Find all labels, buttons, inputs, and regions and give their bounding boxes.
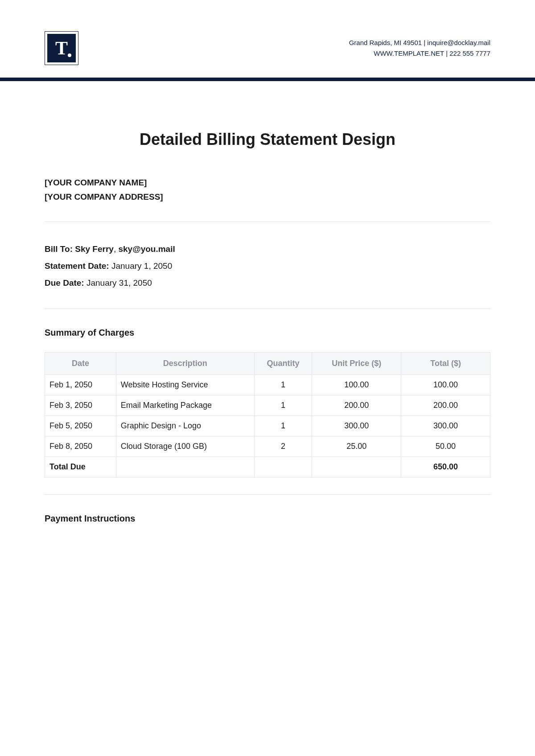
cell-quantity: 1 <box>254 415 312 436</box>
divider-3 <box>45 494 490 495</box>
logo-dot-icon <box>68 53 71 57</box>
th-total: Total ($) <box>401 352 490 374</box>
cell-unit-price: 300.00 <box>312 415 401 436</box>
cell-empty <box>116 456 254 477</box>
cell-quantity: 2 <box>254 436 312 456</box>
cell-quantity: 1 <box>254 395 312 415</box>
company-address: [YOUR COMPANY ADDRESS] <box>45 190 490 204</box>
total-due-value: 650.00 <box>401 456 490 477</box>
comma: , <box>114 244 119 254</box>
charges-table: Date Description Quantity Unit Price ($)… <box>45 352 490 477</box>
cell-date: Feb 1, 2050 <box>45 374 116 395</box>
cell-description: Cloud Storage (100 GB) <box>116 436 254 456</box>
logo-letter-icon: T <box>55 39 68 58</box>
due-date-value: January 31, 2050 <box>86 278 152 288</box>
cell-description: Website Hosting Service <box>116 374 254 395</box>
contact-block: Grand Rapids, MI 49501 | inquire@docklay… <box>349 37 490 59</box>
cell-empty <box>312 456 401 477</box>
contact-line-2: WWW.TEMPLATE.NET | 222 555 7777 <box>349 48 490 59</box>
table-row: Feb 5, 2050 Graphic Design - Logo 1 300.… <box>45 415 490 436</box>
separator: | <box>422 39 427 46</box>
cell-unit-price: 200.00 <box>312 395 401 415</box>
table-row: Feb 8, 2050 Cloud Storage (100 GB) 2 25.… <box>45 436 490 456</box>
contact-line-1: Grand Rapids, MI 49501 | inquire@docklay… <box>349 37 490 48</box>
table-row: Feb 3, 2050 Email Marketing Package 1 20… <box>45 395 490 415</box>
bill-info-section: Bill To: Sky Ferry, sky@you.mail Stateme… <box>45 241 490 292</box>
cell-unit-price: 100.00 <box>312 374 401 395</box>
company-block: [YOUR COMPANY NAME] [YOUR COMPANY ADDRES… <box>45 176 490 205</box>
company-name: [YOUR COMPANY NAME] <box>45 176 490 190</box>
statement-date-line: Statement Date: January 1, 2050 <box>45 258 490 275</box>
cell-total: 300.00 <box>401 415 490 436</box>
summary-heading: Summary of Charges <box>45 328 490 338</box>
page-title: Detailed Billing Statement Design <box>45 130 490 149</box>
divider-1 <box>45 222 490 222</box>
divider-2 <box>45 308 490 309</box>
cell-description: Graphic Design - Logo <box>116 415 254 436</box>
table-header-row: Date Description Quantity Unit Price ($)… <box>45 352 490 374</box>
cell-empty <box>254 456 312 477</box>
cell-description: Email Marketing Package <box>116 395 254 415</box>
page-container: T Grand Rapids, MI 49501 | inquire@dockl… <box>0 0 535 524</box>
th-quantity: Quantity <box>254 352 312 374</box>
th-description: Description <box>116 352 254 374</box>
th-unit-price: Unit Price ($) <box>312 352 401 374</box>
header-row: T Grand Rapids, MI 49501 | inquire@dockl… <box>45 31 490 65</box>
cell-date: Feb 8, 2050 <box>45 436 116 456</box>
bill-to-line: Bill To: Sky Ferry, sky@you.mail <box>45 241 490 258</box>
cell-total: 100.00 <box>401 374 490 395</box>
logo-box: T <box>47 34 76 62</box>
statement-date-label: Statement Date: <box>45 261 109 271</box>
th-date: Date <box>45 352 116 374</box>
cell-total: 50.00 <box>401 436 490 456</box>
bill-to-email: sky@you.mail <box>118 244 175 254</box>
contact-email: inquire@docklay.mail <box>427 39 490 46</box>
contact-website: WWW.TEMPLATE.NET <box>374 49 444 57</box>
payment-heading: Payment Instructions <box>45 514 490 524</box>
cell-date: Feb 3, 2050 <box>45 395 116 415</box>
bill-to-name: Sky Ferry <box>75 244 114 254</box>
separator: | <box>444 49 449 57</box>
cell-quantity: 1 <box>254 374 312 395</box>
cell-unit-price: 25.00 <box>312 436 401 456</box>
table-total-row: Total Due 650.00 <box>45 456 490 477</box>
header-divider <box>0 78 535 81</box>
table-row: Feb 1, 2050 Website Hosting Service 1 10… <box>45 374 490 395</box>
bill-to-label: Bill To: <box>45 244 73 254</box>
statement-date-value: January 1, 2050 <box>111 261 172 271</box>
logo: T <box>45 31 78 65</box>
cell-total: 200.00 <box>401 395 490 415</box>
contact-city: Grand Rapids, MI 49501 <box>349 39 422 46</box>
due-date-line: Due Date: January 31, 2050 <box>45 275 490 292</box>
cell-date: Feb 5, 2050 <box>45 415 116 436</box>
total-due-label: Total Due <box>45 456 116 477</box>
due-date-label: Due Date: <box>45 278 84 288</box>
contact-phone: 222 555 7777 <box>449 49 490 57</box>
